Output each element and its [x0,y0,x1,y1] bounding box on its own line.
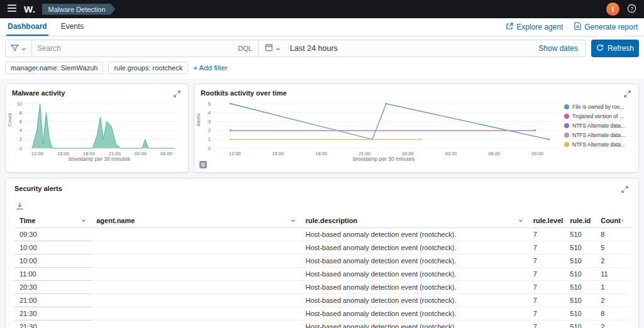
legend-label: NTFS Alternate data... [572,132,625,138]
table-cell[interactable]: 21:30 [14,307,91,320]
column-header-rule-level[interactable]: rule.level [528,214,565,228]
table-cell[interactable]: 21:30 [14,320,91,328]
refresh-button[interactable]: Refresh [591,40,639,57]
expand-panel-button[interactable] [172,89,182,99]
table-row: 21:30Host-based anomaly detection event … [14,320,630,328]
panel-title: Rootkits activity over time [201,89,287,97]
expand-icon [174,90,180,99]
tab-dashboard[interactable]: Dashboard [6,18,48,36]
search-row: DQL Last 24 hours Show dates Refresh [0,36,644,60]
legend-item[interactable]: File is owned by roo... [564,104,633,110]
table-cell: 510 [565,241,596,254]
table-cell[interactable]: 09:30 [14,228,91,241]
time-range-value[interactable]: Last 24 hours [286,44,341,53]
table-cell[interactable]: 21:00 [14,294,91,307]
column-header-agent-name[interactable]: agent.name [91,214,301,228]
expand-panel-button[interactable] [620,185,630,194]
explore-agent-label: Explore agent [516,23,563,31]
tab-dashboard-label: Dashboard [8,22,47,31]
table-cell: 510 [565,281,596,294]
table-cell[interactable]: 20:30 [14,281,91,294]
table-cell: 7 [528,228,565,241]
column-label: rule.id [570,217,591,224]
chart-legend: File is owned by roo... Trojaned version… [564,100,638,151]
table-cell: Host-based anomaly detection event (root… [301,320,528,328]
table-cell: 5 [596,241,630,254]
security-alerts-table: Time agent.name rule.description rule.le… [14,214,630,328]
filter-menu-button[interactable] [6,40,32,57]
table-cell: 1 [596,281,630,294]
svg-text:03:00: 03:00 [445,151,457,156]
legend-item[interactable]: NTFS Alternate data... [564,123,633,129]
add-filter-button[interactable]: + Add filter [193,64,228,72]
avatar[interactable]: I [606,3,619,16]
table-cell [91,254,301,268]
help-button[interactable]: ? [626,3,638,16]
query-bar: DQL Last 24 hours Show dates [5,40,586,57]
sort-chevron-icon [621,218,625,223]
svg-text:15:00: 15:00 [272,151,284,156]
svg-text:4: 4 [19,128,22,133]
date-picker-button[interactable] [259,40,286,57]
refresh-icon [596,44,604,53]
expand-icon [621,185,628,195]
table-cell: 8 [596,307,630,320]
svg-text:0: 0 [19,146,22,151]
tab-bar: Dashboard Events Explore agent Generate … [0,18,644,36]
wazuh-logo: W. [24,4,36,14]
column-header-count[interactable]: Count [596,214,630,228]
column-header-time[interactable]: Time [14,214,91,228]
table-cell: 8 [596,228,630,241]
table-cell[interactable]: 10:00 [14,254,91,268]
column-header-rule-description[interactable]: rule.description [301,214,528,228]
chevron-down-icon [275,44,280,53]
report-document-icon [574,22,581,32]
table-cell [91,228,301,241]
explore-agent-button[interactable]: Explore agent [506,23,563,32]
svg-text:06:00: 06:00 [489,151,501,156]
column-label: Time [19,217,35,224]
expand-panel-button[interactable] [623,89,632,99]
table-cell: 2 [596,254,630,268]
table-cell [91,268,301,281]
filter-funnel-icon [11,44,19,53]
legend-dot [564,123,569,128]
top-navigation-bar: W. Malware Detection I ? [0,0,644,18]
legend-label: NTFS Alternate data... [572,123,625,129]
menu-button[interactable] [6,3,18,15]
table-cell: Host-based anomaly detection event (root… [301,241,528,254]
generate-report-button[interactable]: Generate report [574,22,638,32]
table-cell [91,241,301,254]
table-row: 10:00Host-based anomaly detection event … [14,241,630,254]
download-icon [16,202,24,212]
download-csv-button[interactable] [14,199,25,212]
svg-text:?: ? [630,5,633,11]
svg-text:3: 3 [208,119,211,124]
table-cell[interactable]: 11:00 [14,268,91,281]
tab-events[interactable]: Events [60,18,86,36]
filter-pill-rule-groups[interactable]: rule.groups: rootcheck [108,62,188,74]
rootkits-activity-chart[interactable]: 01234512:0015:0018:0021:0000:0003:0006:0… [203,100,564,156]
x-axis-caption: timestamp per 30 minutes [203,156,564,162]
breadcrumb-malware-detection[interactable]: Malware Detection [42,4,116,15]
malware-activity-chart[interactable]: 024681012:0015:0018:0021:0000:0006:00 [14,100,184,156]
column-label: agent.name [96,217,135,224]
show-dates-button[interactable]: Show dates [531,44,586,53]
table-cell: Host-based anomaly detection event (root… [301,307,528,320]
legend-toggle-button[interactable] [198,160,208,170]
panel-rootkits-activity: Rootkits activity over time Alerts 01234… [194,84,639,173]
table-cell: 2 [596,320,630,328]
query-language-button[interactable]: DQL [231,45,258,52]
table-cell[interactable]: 10:00 [14,241,91,254]
column-header-rule-id[interactable]: rule.id [565,214,596,228]
svg-text:18:00: 18:00 [316,151,328,156]
table-cell: 7 [528,241,565,254]
table-cell: 7 [528,268,565,281]
search-input[interactable] [32,44,231,53]
svg-text:09:00: 09:00 [531,151,543,156]
legend-item[interactable]: NTFS Alternate data... [564,132,633,138]
filter-pill-manager-name[interactable]: manager.name: SiemWazuh [5,62,103,74]
legend-item[interactable]: NTFS Alternate data... [564,141,633,148]
legend-item[interactable]: Trojaned version of ... [564,113,633,119]
table-row: 09:30Host-based anomaly detection event … [14,228,630,241]
